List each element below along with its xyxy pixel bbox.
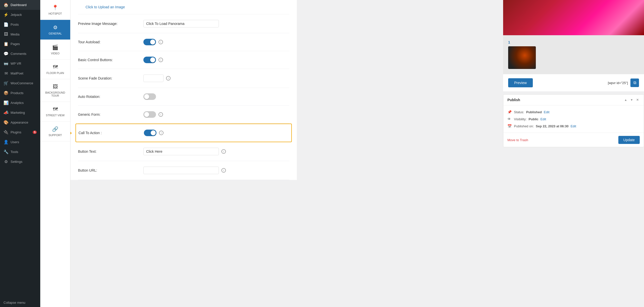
scene-fade-duration-input[interactable] xyxy=(143,74,164,82)
plugins-icon: 🔌 xyxy=(4,130,9,135)
scene-fade-duration-row: Scene Fade Duration: i xyxy=(78,69,289,88)
basic-control-buttons-row: Basic Control Buttons: i xyxy=(78,51,289,69)
sidebar-item-marketing[interactable]: 📣 Marketing xyxy=(0,108,40,118)
sidebar-label-comments: Comments xyxy=(11,52,26,56)
visibility-edit-link[interactable]: Edit xyxy=(540,117,546,121)
panel-label-street-view: STREET VIEW xyxy=(46,114,64,117)
published-on-label: Published on: xyxy=(514,124,534,128)
sidebar-item-woocommerce[interactable]: 🛒 WooCommerce xyxy=(0,78,40,88)
jetpack-icon: ⚡ xyxy=(4,12,9,17)
update-button[interactable]: Update xyxy=(618,136,640,144)
cta-arrow: ➜ xyxy=(70,128,72,138)
comments-icon: 💬 xyxy=(4,51,9,56)
status-edit-link[interactable]: Edit xyxy=(544,110,549,114)
button-url-info[interactable]: i xyxy=(221,168,226,173)
tour-autoload-info[interactable]: i xyxy=(158,40,163,44)
sidebar-item-dashboard[interactable]: 🏠 Dashboard xyxy=(0,0,40,10)
sidebar-item-jetpack[interactable]: ⚡ Jetpack xyxy=(0,10,40,20)
call-to-action-toggle[interactable] xyxy=(144,130,156,136)
sidebar-item-products[interactable]: 📦 Products xyxy=(0,88,40,98)
generic-form-info[interactable]: i xyxy=(158,112,163,117)
button-url-control: i xyxy=(143,167,289,174)
copy-icon[interactable]: ⧉ xyxy=(630,79,639,87)
appearance-icon: 🎨 xyxy=(4,120,9,125)
woocommerce-icon: 🛒 xyxy=(4,81,9,86)
sidebar-item-media[interactable]: 🖼 Media xyxy=(0,29,40,39)
support-icon: 🔗 xyxy=(52,126,58,132)
panel-item-street-view[interactable]: 🗺 STREET VIEW xyxy=(40,102,70,122)
tour-autoload-control: i xyxy=(143,39,289,45)
floor-plan-icon: 🗺 xyxy=(53,64,58,70)
right-sidebar: 1 Preview [wpvr id="25"] ⧉ Publish ▲ ▼ ✕… xyxy=(503,0,644,307)
panel-label-video: VIDEO xyxy=(51,52,59,55)
panel-item-support[interactable]: 🔗 SUPPORT xyxy=(40,122,70,141)
panel-item-general[interactable]: ⚙ GENERAL xyxy=(40,20,70,40)
main-content: Click to Upload an Image Preview Image M… xyxy=(70,0,503,307)
sidebar-item-users[interactable]: 👤 Users xyxy=(0,137,40,147)
preview-button[interactable]: Preview xyxy=(508,78,533,87)
panel-item-hotspot[interactable]: 📍 HOTSPOT xyxy=(40,0,70,20)
upload-label: Click to Upload an Image xyxy=(86,5,125,9)
collapse-menu[interactable]: Collapse menu xyxy=(0,298,40,307)
tour-thumbnail[interactable] xyxy=(508,46,536,69)
generic-form-toggle[interactable] xyxy=(143,111,156,118)
sidebar-item-wpvr[interactable]: 🥽 WP VR xyxy=(0,59,40,68)
publish-visibility-row: 👁 Visibility: Public Edit xyxy=(507,116,640,123)
auto-rotation-control xyxy=(143,93,289,100)
collapse-down-icon[interactable]: ▼ xyxy=(629,98,634,102)
call-to-action-row: Call To Action : i xyxy=(75,124,292,142)
panel-item-video[interactable]: 🎬 VIDEO xyxy=(40,40,70,60)
button-text-input[interactable] xyxy=(143,148,219,155)
button-text-row: Button Text: i xyxy=(78,142,289,161)
plugin-panel-sidebar: 📍 HOTSPOT ⚙ GENERAL 🎬 VIDEO 🗺 FLOOR PLAN… xyxy=(40,0,70,307)
background-tour-icon: 🖼 xyxy=(53,84,58,90)
button-text-info[interactable]: i xyxy=(221,149,226,154)
tour-number: 1 xyxy=(508,40,536,44)
dashboard-icon: 🏠 xyxy=(4,3,9,7)
sidebar-item-posts[interactable]: 📄 Posts xyxy=(0,20,40,29)
publish-body: 📌 Status: Published Edit 👁 Visibility: P… xyxy=(503,105,644,133)
scene-fade-duration-info[interactable]: i xyxy=(166,76,171,81)
preview-image-message-row: Preview Image Message: xyxy=(78,14,289,33)
scene-fade-duration-label: Scene Fade Duration: xyxy=(78,76,143,80)
scene-fade-duration-control: i xyxy=(143,74,289,82)
collapse-up-icon[interactable]: ▲ xyxy=(623,98,628,102)
sidebar-item-comments[interactable]: 💬 Comments xyxy=(0,49,40,59)
sidebar-label-mailpoet: MailPoet xyxy=(11,71,23,75)
auto-rotation-toggle[interactable] xyxy=(143,93,156,100)
published-on-edit-link[interactable]: Edit xyxy=(571,124,576,128)
tour-autoload-toggle[interactable] xyxy=(143,39,156,45)
sidebar-label-plugins: Plugins xyxy=(11,130,21,134)
basic-control-buttons-toggle[interactable] xyxy=(143,57,156,63)
sidebar-item-mailpoet[interactable]: ✉ MailPoet xyxy=(0,68,40,78)
close-icon[interactable]: ✕ xyxy=(635,98,640,102)
thumbnail-section: 1 xyxy=(503,35,644,74)
sidebar-item-tools[interactable]: 🔧 Tools xyxy=(0,147,40,157)
plugins-badge: 5 xyxy=(33,131,37,134)
tour-autoload-label: Tour Autoload: xyxy=(78,40,143,44)
move-to-trash-link[interactable]: Move to Trash xyxy=(507,138,528,142)
panel-item-floor-plan[interactable]: 🗺 FLOOR PLAN xyxy=(40,60,70,79)
publish-box: Publish ▲ ▼ ✕ 📌 Status: Published Edit 👁… xyxy=(503,94,644,147)
sidebar-label-appearance: Appearance xyxy=(11,121,28,124)
button-url-row: Button URL: i xyxy=(78,161,289,180)
button-url-input[interactable] xyxy=(143,167,219,174)
visibility-label: Visibility: xyxy=(514,117,527,121)
panel-item-background-tour[interactable]: 🖼 BACKGROUND TOUR xyxy=(40,79,70,102)
visibility-value: Public xyxy=(529,117,538,121)
sidebar-item-plugins[interactable]: 🔌 Plugins 5 xyxy=(0,127,40,137)
sidebar-item-pages[interactable]: 📋 Pages xyxy=(0,39,40,49)
sidebar-item-analytics[interactable]: 📊 Analytics xyxy=(0,98,40,108)
upload-area[interactable]: Click to Upload an Image xyxy=(78,0,289,14)
sidebar-label-tools: Tools xyxy=(11,150,18,154)
marketing-icon: 📣 xyxy=(4,110,9,115)
sidebar-item-appearance[interactable]: 🎨 Appearance xyxy=(0,118,40,127)
call-to-action-label: Call To Action : xyxy=(78,131,144,135)
basic-control-buttons-info[interactable]: i xyxy=(158,58,163,62)
publish-header-controls: ▲ ▼ ✕ xyxy=(623,98,640,102)
preview-image-message-input[interactable] xyxy=(143,20,219,27)
sidebar-item-settings[interactable]: ⚙ Settings xyxy=(0,157,40,167)
call-to-action-info[interactable]: i xyxy=(159,131,164,135)
generic-form-label: Generic Form: xyxy=(78,112,143,117)
visibility-icon: 👁 xyxy=(507,117,512,121)
